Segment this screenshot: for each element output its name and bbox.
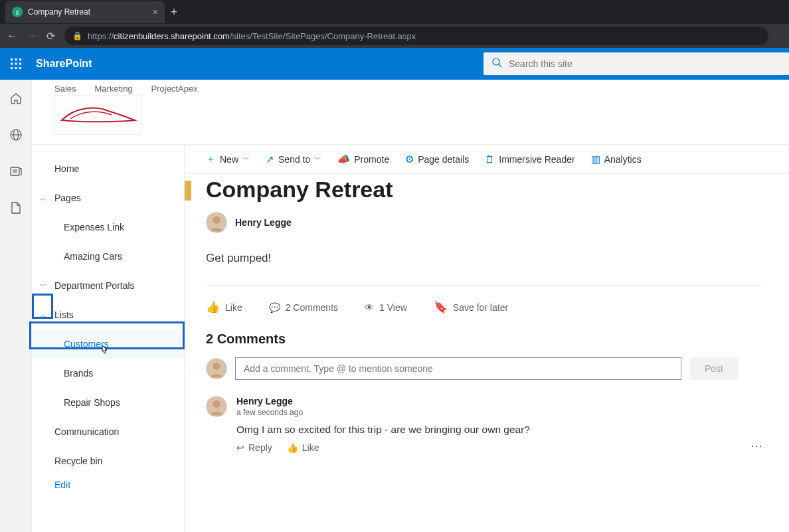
comment-text: Omg I am so excited for this trip - are … xyxy=(236,424,741,436)
current-user-avatar xyxy=(206,358,227,379)
svg-point-9 xyxy=(493,58,499,65)
eye-icon: 👁 xyxy=(365,302,374,313)
comment-item: Henry Legge a few seconds ago Omg I am s… xyxy=(206,396,762,453)
cmd-analytics[interactable]: ▥Analytics xyxy=(591,153,642,165)
chevron-down-icon: ﹀ xyxy=(242,154,250,164)
sharepoint-favicon-icon: s xyxy=(12,7,23,17)
share-icon: ↗ xyxy=(266,153,274,165)
save-for-later[interactable]: 🔖Save for later xyxy=(434,300,508,314)
reply-icon: ↩ xyxy=(236,442,244,453)
nav-department-portals[interactable]: ﹀Department Portals xyxy=(32,271,184,300)
svg-rect-14 xyxy=(11,167,19,175)
views-count: 👁1 View xyxy=(365,302,407,313)
search-input[interactable] xyxy=(509,58,781,69)
cmd-immersive-reader[interactable]: 🗒Immersive Reader xyxy=(485,153,574,165)
site-logo[interactable] xyxy=(54,95,142,135)
chevron-up-icon[interactable]: ︿ xyxy=(40,193,47,203)
news-icon[interactable] xyxy=(9,165,23,181)
page-title: Company Retreat xyxy=(206,177,762,203)
comment-more-icon[interactable]: ⋯ xyxy=(750,438,762,453)
lock-icon: 🔒 xyxy=(72,31,82,41)
tab-strip: s Company Retreat × + xyxy=(0,0,789,24)
nav-amazing-cars[interactable]: Amazing Cars xyxy=(32,242,184,271)
nav-edit-link[interactable]: Edit xyxy=(32,480,184,490)
nav-brands[interactable]: Brands xyxy=(32,359,184,388)
cmd-new[interactable]: ＋New﹀ xyxy=(206,153,250,165)
nav-expenses-link[interactable]: Expenses Link xyxy=(32,213,184,242)
comment-input[interactable] xyxy=(235,357,681,380)
search-box[interactable] xyxy=(483,52,789,75)
highlight-lists-chevron xyxy=(32,294,53,319)
page-area: ＋New﹀ ↗Send to﹀ 📣Promote ⚙Page details 🗒… xyxy=(185,145,789,532)
comment-compose: Post xyxy=(206,357,762,380)
svg-rect-6 xyxy=(11,67,13,69)
globe-icon[interactable] xyxy=(9,128,23,145)
hub-header: Sales Marketing ProjectApex xyxy=(32,80,789,145)
back-icon[interactable]: ← xyxy=(7,30,17,42)
url-prefix: https:// xyxy=(88,31,114,41)
comment-avatar[interactable] xyxy=(206,396,227,417)
svg-rect-4 xyxy=(15,63,17,65)
app-rail xyxy=(0,80,32,532)
comment-time: a few seconds ago xyxy=(236,408,741,417)
highlight-customers xyxy=(29,321,185,349)
hub-link-projectapex[interactable]: ProjectApex xyxy=(151,84,198,94)
post-button[interactable]: Post xyxy=(689,357,739,380)
cmd-promote[interactable]: 📣Promote xyxy=(337,153,389,165)
nav-home[interactable]: Home xyxy=(32,154,184,183)
files-icon[interactable] xyxy=(10,201,22,218)
svg-point-20 xyxy=(213,363,220,370)
chevron-down-icon: ﹀ xyxy=(314,154,321,164)
like-button[interactable]: 👍Like xyxy=(206,300,242,314)
browser-tab[interactable]: s Company Retreat × xyxy=(5,1,165,23)
reload-icon[interactable]: ⟳ xyxy=(46,30,55,43)
svg-rect-7 xyxy=(15,67,17,69)
svg-point-22 xyxy=(213,400,220,408)
home-icon[interactable] xyxy=(9,92,23,108)
search-icon xyxy=(491,57,502,70)
svg-point-18 xyxy=(213,217,220,224)
svg-rect-2 xyxy=(19,58,21,60)
hub-link-sales[interactable]: Sales xyxy=(54,84,76,94)
author-row: Henry Legge xyxy=(206,212,762,233)
hub-nav: Sales Marketing ProjectApex xyxy=(54,84,789,94)
author-name[interactable]: Henry Legge xyxy=(235,217,292,228)
browser-chrome: s Company Retreat × + ← → ⟳ 🔒 https://ci… xyxy=(0,0,789,48)
nav-communication[interactable]: Communication xyxy=(32,417,184,446)
tab-title: Company Retreat xyxy=(28,7,90,17)
forward-icon[interactable]: → xyxy=(27,30,37,42)
close-tab-icon[interactable]: × xyxy=(153,7,158,17)
analytics-icon: ▥ xyxy=(591,153,600,165)
address-bar[interactable]: 🔒 https://citizenbuilders.sharepoint.com… xyxy=(64,27,768,45)
url-path: /sites/TestSite/SitePages/Company-Retrea… xyxy=(230,31,416,41)
svg-rect-5 xyxy=(19,63,21,65)
comments-count[interactable]: 💬2 Comments xyxy=(269,302,338,313)
url-host: citizenbuilders.sharepoint.com xyxy=(114,31,230,41)
page-body-text: Get pumped! xyxy=(206,252,762,265)
nav-recycle-bin[interactable]: Recycle bin xyxy=(32,446,184,476)
suite-header: SharePoint xyxy=(0,48,789,80)
comment-like-button[interactable]: 👍Like xyxy=(287,442,319,453)
nav-pages[interactable]: ︿Pages xyxy=(32,183,184,213)
suite-title[interactable]: SharePoint xyxy=(36,58,92,70)
comment-reply-button[interactable]: ↩Reply xyxy=(236,442,272,453)
hub-link-marketing[interactable]: Marketing xyxy=(95,84,133,94)
comment-author[interactable]: Henry Legge xyxy=(236,396,741,406)
cmd-page-details[interactable]: ⚙Page details xyxy=(405,153,469,165)
title-accent xyxy=(185,181,191,201)
reader-icon: 🗒 xyxy=(485,153,495,165)
chevron-down-icon[interactable]: ﹀ xyxy=(40,281,47,291)
divider xyxy=(206,285,762,286)
new-tab-button[interactable]: + xyxy=(165,5,183,19)
svg-rect-0 xyxy=(11,58,13,60)
app-launcher-icon[interactable] xyxy=(0,48,32,80)
cmd-send-to[interactable]: ↗Send to﹀ xyxy=(266,153,321,165)
plus-icon: ＋ xyxy=(206,153,216,165)
svg-line-10 xyxy=(499,64,501,67)
toolbar-row: ← → ⟳ 🔒 https://citizenbuilders.sharepoi… xyxy=(0,24,789,48)
nav-repair-shops[interactable]: Repair Shops xyxy=(32,388,184,417)
engagement-bar: 👍Like 💬2 Comments 👁1 View 🔖Save for late… xyxy=(206,296,762,318)
author-avatar[interactable] xyxy=(206,212,227,233)
bookmark-icon: 🔖 xyxy=(434,300,448,314)
thumbs-up-icon: 👍 xyxy=(287,442,298,453)
